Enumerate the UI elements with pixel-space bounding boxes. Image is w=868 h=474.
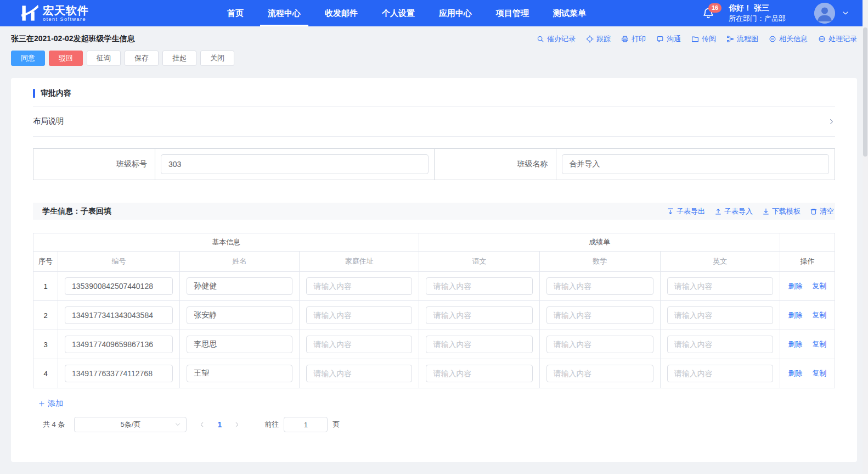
track-icon: [586, 35, 594, 43]
row-copy-link[interactable]: 复制: [812, 282, 826, 290]
nav-item[interactable]: 项目管理: [484, 0, 541, 26]
score-english-input[interactable]: [667, 277, 773, 295]
row-delete-link[interactable]: 删除: [788, 369, 803, 377]
search-icon: [537, 35, 544, 43]
doc-action-link[interactable]: 处理记录: [818, 34, 857, 44]
avatar[interactable]: [814, 3, 835, 24]
subtable-tool-link[interactable]: 子表导入: [714, 207, 753, 216]
comment-icon: [769, 35, 776, 43]
chevron-down-icon: [174, 421, 181, 428]
comment-icon: [818, 35, 826, 43]
score-english-input[interactable]: [667, 365, 773, 382]
column-header: 姓名: [180, 252, 300, 272]
student-address-input[interactable]: [306, 277, 412, 295]
row-copy-link[interactable]: 复制: [812, 369, 826, 377]
form-field: 班级名称: [434, 149, 835, 180]
doc-action-link[interactable]: 流程图: [726, 34, 758, 44]
column-header: 数学: [539, 252, 660, 272]
layout-note-collapse[interactable]: 布局说明: [33, 107, 835, 137]
student-address-input[interactable]: [306, 306, 412, 324]
scrollbar[interactable]: [863, 0, 868, 474]
student-id-input[interactable]: [65, 336, 173, 353]
students-table: 基本信息 成绩单 序号 编号 姓名 家庭住址 语文 数学: [33, 233, 835, 388]
doc-actions: 催办记录 跟踪 打印 沟通 传阅 流程图: [537, 34, 857, 44]
score-chinese-input[interactable]: [426, 336, 532, 353]
group-header-row: 基本信息 成绩单: [33, 233, 835, 252]
workflow-button[interactable]: 挂起: [162, 51, 196, 66]
row-copy-link[interactable]: 复制: [812, 340, 826, 348]
scrollbar-thumb[interactable]: [863, 27, 867, 157]
score-chinese-input[interactable]: [426, 306, 532, 324]
nav-item[interactable]: 收发邮件: [313, 0, 370, 26]
prev-page-button[interactable]: [194, 421, 210, 428]
student-id-input[interactable]: [65, 277, 173, 295]
table-row: 3 删除 复制: [33, 330, 835, 359]
workflow-button[interactable]: 关闭: [200, 51, 234, 66]
pagination: 共 4 条 5条/页 1 前往 页: [43, 417, 835, 432]
user-menu-chevron-down-icon[interactable]: [842, 9, 849, 17]
form-field-input[interactable]: [562, 154, 830, 174]
doc-action-link[interactable]: 打印: [621, 34, 646, 44]
section-header: 审批内容: [33, 78, 835, 107]
add-row-button[interactable]: 添加: [38, 399, 63, 409]
workflow-button[interactable]: 同意: [11, 51, 45, 66]
form-field-label: 班级名称: [435, 149, 556, 180]
column-header: 操作: [780, 252, 835, 272]
doc-action-link[interactable]: 跟踪: [586, 34, 611, 44]
nav-item[interactable]: 测试菜单: [541, 0, 598, 26]
current-page[interactable]: 1: [212, 420, 227, 429]
doc-action-link[interactable]: 传阅: [691, 34, 716, 44]
score-chinese-input[interactable]: [426, 365, 532, 382]
nav-item[interactable]: 首页: [215, 0, 256, 26]
row-delete-link[interactable]: 删除: [788, 340, 803, 348]
nav-item[interactable]: 流程中心: [256, 0, 313, 26]
workflow-button[interactable]: 保存: [125, 51, 159, 66]
student-address-input[interactable]: [306, 365, 412, 382]
section-accent-bar: [33, 89, 35, 98]
section-title: 审批内容: [41, 88, 71, 98]
nav-item[interactable]: 个人设置: [370, 0, 427, 26]
student-id-input[interactable]: [65, 306, 173, 324]
notifications-button[interactable]: 16: [702, 7, 714, 19]
row-delete-link[interactable]: 删除: [788, 282, 803, 290]
column-header: 序号: [33, 252, 58, 272]
group-score-sheet: 成绩单: [419, 233, 780, 252]
app-logo[interactable]: 宏天软件 otent Software: [21, 4, 89, 23]
score-english-input[interactable]: [667, 336, 773, 353]
goto-page-input[interactable]: [284, 417, 328, 432]
top-navbar: 宏天软件 otent Software 首页 流程中心 收发邮件 个人设置 应用…: [0, 0, 868, 26]
layout-note-label: 布局说明: [33, 116, 64, 126]
score-english-input[interactable]: [667, 306, 773, 324]
score-math-input[interactable]: [546, 365, 653, 382]
student-name-input[interactable]: [187, 365, 292, 382]
subtable-tool-link[interactable]: 子表导出: [667, 207, 705, 216]
score-math-input[interactable]: [546, 336, 653, 353]
subtable-tool-link[interactable]: 清空: [810, 207, 834, 216]
workflow-button[interactable]: 驳回: [49, 51, 83, 66]
subtable-tool-link[interactable]: 下载模板: [762, 207, 801, 216]
next-page-button[interactable]: [229, 421, 245, 428]
student-id-input[interactable]: [65, 365, 173, 382]
print-icon: [621, 35, 629, 43]
doc-action-link[interactable]: 沟通: [656, 34, 681, 44]
score-chinese-input[interactable]: [426, 277, 532, 295]
doc-action-link[interactable]: 相关信息: [769, 34, 808, 44]
chevron-right-icon: [828, 118, 835, 125]
user-greeting: 你好！ 张三: [729, 3, 786, 13]
chat-icon: [656, 35, 664, 43]
score-math-input[interactable]: [546, 306, 653, 324]
main-nav: 首页 流程中心 收发邮件 个人设置 应用中心 项目管理 测试菜单: [215, 0, 598, 26]
row-copy-link[interactable]: 复制: [812, 311, 826, 319]
nav-item[interactable]: 应用中心: [427, 0, 484, 26]
student-name-input[interactable]: [187, 336, 292, 353]
student-address-input[interactable]: [306, 336, 412, 353]
brand-subtitle: otent Software: [43, 16, 89, 22]
student-name-input[interactable]: [187, 306, 292, 324]
form-field-input[interactable]: [161, 154, 429, 174]
page-size-select[interactable]: 5条/页: [74, 417, 187, 432]
doc-action-link[interactable]: 催办记录: [537, 34, 576, 44]
workflow-button[interactable]: 征询: [87, 51, 121, 66]
score-math-input[interactable]: [546, 277, 653, 295]
row-delete-link[interactable]: 删除: [788, 311, 803, 319]
student-name-input[interactable]: [187, 277, 292, 295]
